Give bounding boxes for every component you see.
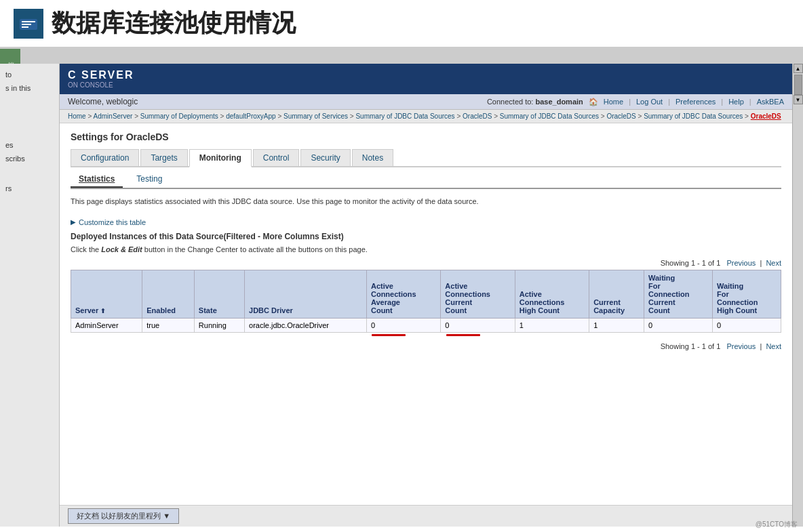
settings-title: Settings for OracleDS (71, 131, 781, 142)
cell-waiting-high: 0 (712, 318, 781, 332)
pagination-next-top[interactable]: Next (766, 259, 781, 267)
scroll-up-button[interactable]: ▲ (794, 64, 803, 73)
col-server-link[interactable]: Server ⬆ (75, 306, 106, 314)
breadcrumb-proxyapp[interactable]: defaultProxyApp (226, 112, 275, 120)
col-waiting-current: WaitingForConnectionCurrentCount (644, 270, 713, 318)
cell-capacity: 1 (589, 318, 644, 332)
pagination-bottom: Showing 1 - 1 of 1 Previous | Next (71, 342, 781, 350)
scroll-down-button[interactable]: ▼ (794, 95, 803, 104)
tab-notes[interactable]: Notes (352, 149, 393, 166)
sidebar-item-4: rs (3, 183, 56, 194)
help-link[interactable]: Help (728, 98, 744, 106)
nav-bar: Welcome, weblogic Connected to: base_dom… (60, 94, 792, 110)
breadcrumb-jdbc-sources[interactable]: Summary of JDBC Data Sources (355, 112, 454, 120)
bottom-bar-button[interactable]: 好文档 以好朋友的里程列 ▼ (68, 508, 179, 524)
tabs-row: Configuration Targets Monitoring Control… (71, 149, 781, 167)
pagination-previous-bottom[interactable]: Previous (726, 342, 756, 350)
breadcrumb-current: OracleDS (751, 112, 781, 120)
tab-configuration[interactable]: Configuration (71, 149, 139, 166)
svg-rect-2 (22, 24, 31, 25)
cell-avg-count: 0 (366, 318, 440, 332)
page-main-title: 数据库连接池使用情况 (52, 7, 296, 40)
title-banner: 数据库连接池使用情况 (0, 0, 803, 49)
page-content: Settings for OracleDS Configuration Targ… (60, 123, 792, 505)
col-state: State (194, 270, 244, 318)
breadcrumb-services[interactable]: Summary of Services (283, 112, 348, 120)
svg-rect-1 (22, 21, 35, 22)
breadcrumb-jdbc-sources3[interactable]: Summary of JDBC Data Sources (644, 112, 743, 120)
attribution: @51CTO博客 (756, 520, 798, 529)
cell-state: Running (194, 318, 244, 332)
col-waiting-high: WaitingForConnectionHigh Count (712, 270, 781, 318)
col-current-count: ActiveConnectionsCurrentCount (441, 270, 515, 318)
connected-label: Connected to: base_domain (487, 98, 583, 106)
scrollbar: ▲ ▼ (792, 64, 803, 527)
tab-monitoring[interactable]: Monitoring (189, 149, 252, 167)
home-icon: 🏠 (589, 98, 598, 106)
top-area: 档 (0, 49, 803, 64)
col-server: Server ⬆ (71, 270, 142, 318)
bottom-bar-label: 好文档 以好朋友的里程列 (77, 512, 161, 520)
cell-enabled: true (142, 318, 195, 332)
red-line-2 (446, 334, 480, 336)
tab-targets[interactable]: Targets (140, 149, 187, 166)
logout-link[interactable]: Log Out (636, 98, 663, 106)
breadcrumb-adminserver[interactable]: AdminServer (94, 112, 133, 120)
cell-jdbc-driver: oracle.jdbc.OracleDriver (245, 318, 367, 332)
col-enabled: Enabled (142, 270, 195, 318)
scroll-thumb[interactable] (794, 75, 802, 95)
sidebar-item-2: es (3, 140, 56, 150)
pagination-showing-top: Showing 1 - 1 of 1 (661, 259, 721, 267)
col-high-count: ActiveConnectionsHigh Count (515, 270, 589, 318)
breadcrumb-home[interactable]: Home (68, 112, 86, 120)
lock-edit-emphasis: Lock & Edit (101, 245, 142, 253)
table-title: Deployed Instances of this Data Source(F… (71, 232, 781, 241)
cell-server: AdminServer (71, 318, 142, 332)
sidebar: to s in this es scribs rs (0, 64, 60, 527)
sidebar-item-0: to (3, 69, 56, 80)
dropdown-icon: ▼ (163, 512, 170, 520)
breadcrumb-oracleds2[interactable]: OracleDS (606, 112, 635, 120)
tab-control[interactable]: Control (253, 149, 300, 166)
green-tab: 档 (0, 49, 20, 64)
tab-security[interactable]: Security (300, 149, 350, 166)
breadcrumb-jdbc-sources2[interactable]: Summary of JDBC Data Sources (500, 112, 599, 120)
svg-rect-3 (22, 26, 28, 28)
data-table: Server ⬆ Enabled State JDBC Driver Activ… (71, 270, 781, 338)
cell-current-count: 0 (441, 318, 515, 332)
pagination-top: Showing 1 - 1 of 1 Previous | Next (71, 259, 781, 267)
askbea-link[interactable]: AskBEA (757, 98, 784, 106)
customize-arrow-icon: ▶ (71, 218, 76, 226)
description-text: This page displays statistics associated… (71, 196, 781, 207)
red-marker-row (71, 332, 781, 338)
col-jdbc-driver: JDBC Driver (245, 270, 367, 318)
red-line-1 (372, 334, 406, 336)
pagination-showing-bottom: Showing 1 - 1 of 1 (661, 342, 721, 350)
pagination-next-bottom[interactable]: Next (766, 342, 781, 350)
sub-tab-testing[interactable]: Testing (128, 171, 170, 188)
nav-right: Connected to: base_domain 🏠 Home | Log O… (487, 98, 784, 106)
col-avg-count: ActiveConnectionsAverageCount (366, 270, 440, 318)
col-capacity: CurrentCapacity (589, 270, 644, 318)
title-icon (14, 9, 43, 39)
server-name: C SERVER (68, 69, 784, 81)
home-link[interactable]: Home (604, 98, 623, 106)
customize-link[interactable]: ▶ Customize this table (71, 218, 781, 226)
breadcrumb-oracleds1[interactable]: OracleDS (463, 112, 492, 120)
breadcrumb-deployments[interactable]: Summary of Deployments (140, 112, 218, 120)
bottom-bar: 好文档 以好朋友的里程列 ▼ (60, 505, 792, 527)
sub-tab-statistics[interactable]: Statistics (71, 171, 123, 188)
wl-header: C SERVER ON CONSOLE (60, 64, 792, 94)
sort-icon: ⬆ (100, 308, 106, 314)
customize-label: Customize this table (79, 218, 146, 226)
main-container: to s in this es scribs rs C SERVER ON CO… (0, 64, 803, 527)
cell-high-count: 1 (515, 318, 589, 332)
content-area: C SERVER ON CONSOLE Welcome, weblogic Co… (60, 64, 792, 527)
table-note: Click the Lock & Edit button in the Chan… (71, 245, 781, 253)
sub-tabs-row: Statistics Testing (71, 167, 781, 189)
breadcrumb: Home > AdminServer > Summary of Deployme… (60, 110, 792, 123)
pagination-previous-top[interactable]: Previous (726, 259, 756, 267)
table-row: AdminServer true Running oracle.jdbc.Ora… (71, 318, 781, 332)
preferences-link[interactable]: Preferences (675, 98, 716, 106)
cell-waiting-current: 0 (644, 318, 713, 332)
